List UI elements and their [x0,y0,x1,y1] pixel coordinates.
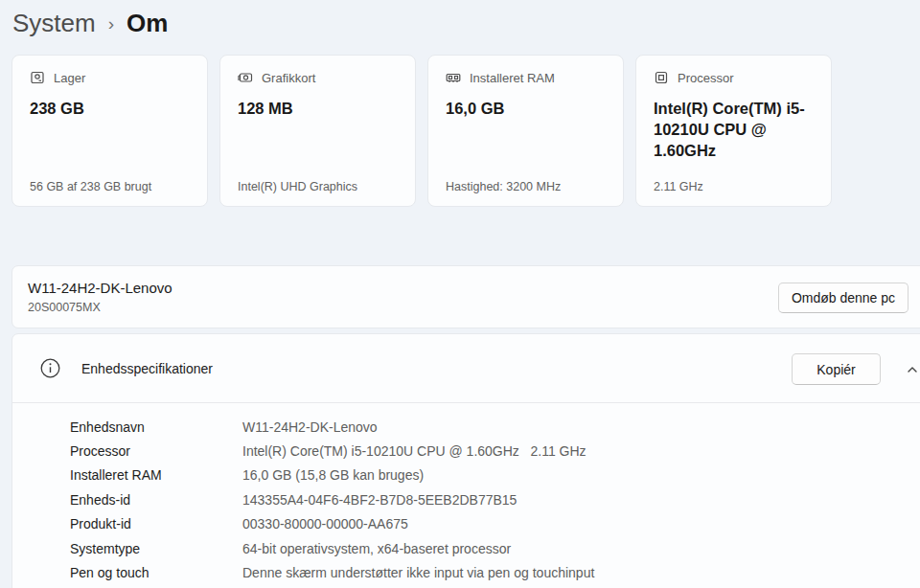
device-name-row: W11-24H2-DK-Lenovo 20S00075MX Omdøb denn… [12,265,920,328]
spec-label: Produkt-id [70,516,242,531]
spec-value: 00330-80000-00000-AA675 [242,516,408,531]
spec-value: Denne skærm understøtter ikke input via … [242,565,594,580]
ram-icon [446,70,461,85]
copy-button[interactable]: Kopiér [792,353,881,385]
breadcrumb-system-link[interactable]: System [12,9,96,38]
processor-card: Processor Intel(R) Core(TM) i5-10210U CP… [635,55,832,207]
spec-row-pen-touch: Pen og touch Denne skærm understøtter ik… [70,560,594,584]
device-specifications-header: Enhedsspecifikationer Kopiér [12,334,920,402]
chevron-right-icon: › [108,11,114,34]
spec-value: Intel(R) Core(TM) i5-10210U CPU @ 1.60GH… [242,443,586,459]
processor-card-value: Intel(R) Core(TM) i5-10210U CPU @ 1.60GH… [654,98,816,161]
ram-card-caption: Hastighed: 3200 MHz [446,180,613,193]
device-specifications-panel: Enhedsspecifikationer Kopiér Enhedsnavn … [12,333,920,588]
spec-label: Enheds-id [70,492,242,508]
graphics-card-value: 128 MB [238,98,401,119]
spec-value: W11-24H2-DK-Lenovo [242,419,378,435]
spec-label: Systemtype [70,541,242,556]
spec-label: Pen og touch [70,565,242,580]
spec-value: 16,0 GB (15,8 GB kan bruges) [242,467,424,483]
rename-pc-button[interactable]: Omdøb denne pc [778,283,908,313]
divider [12,402,920,403]
ram-card-value: 16,0 GB [446,98,609,119]
chevron-up-icon[interactable] [900,357,920,382]
spec-row-product-id: Produkt-id 00330-80000-00000-AA675 [70,512,594,536]
spec-label: Processor [70,443,242,459]
spec-label: Enhedsnavn [70,419,242,435]
processor-card-label: Processor [678,71,734,85]
ram-card-label: Installeret RAM [470,71,555,85]
device-specifications-title: Enhedsspecifikationer [81,361,213,376]
cpu-icon [654,70,669,85]
storage-card-label: Lager [54,71,85,85]
processor-card-caption: 2.11 GHz [654,180,821,193]
spec-value: 64-bit operativsystem, x64-baseret proce… [242,541,511,556]
info-icon [40,358,60,378]
spec-row-system-type: Systemtype 64-bit operativsystem, x64-ba… [70,536,594,560]
breadcrumb: System › Om [12,1,168,45]
page-title: Om [126,9,168,38]
spec-row-device-id: Enheds-id 143355A4-04F6-4BF2-B7D8-5EEB2D… [70,487,594,511]
graphics-card-label: Grafikkort [262,71,315,85]
graphics-card: Grafikkort 128 MB Intel(R) UHD Graphics [219,55,416,207]
spec-value: 143355A4-04F6-4BF2-B7D8-5EEB2DB77B15 [242,492,517,508]
storage-card-value: 238 GB [30,98,193,119]
ram-card: Installeret RAM 16,0 GB Hastighed: 3200 … [427,55,624,207]
graphics-card-caption: Intel(R) UHD Graphics [238,180,405,193]
spec-row-device-name: Enhedsnavn W11-24H2-DK-Lenovo [70,415,594,439]
storage-card-caption: 56 GB af 238 GB brugt [30,180,197,193]
spec-list: Enhedsnavn W11-24H2-DK-Lenovo Processor … [70,415,594,585]
settings-about-page: System › Om Lager 238 GB 56 GB af 238 GB… [0,0,920,588]
storage-icon [30,70,45,85]
storage-card: Lager 238 GB 56 GB af 238 GB brugt [12,55,208,207]
gpu-icon [238,70,253,85]
device-model-number: 20S00075MX [28,301,101,314]
device-name: W11-24H2-DK-Lenovo [28,280,172,296]
spec-row-installed-ram: Installeret RAM 16,0 GB (15,8 GB kan bru… [70,464,594,487]
spec-label: Installeret RAM [70,467,242,483]
spec-row-processor: Processor Intel(R) Core(TM) i5-10210U CP… [70,439,594,463]
